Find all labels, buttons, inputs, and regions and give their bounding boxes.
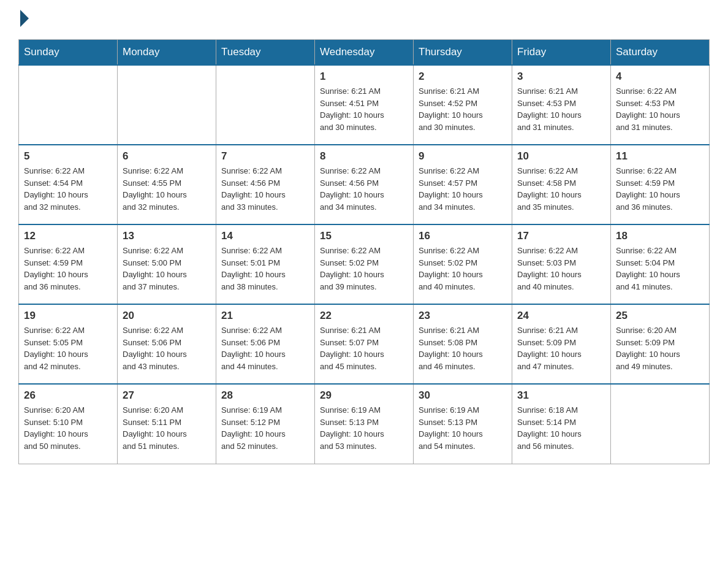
day-info: Sunrise: 6:22 AMSunset: 5:06 PMDaylight:… [221, 324, 309, 372]
day-number: 30 [419, 389, 507, 402]
day-header-monday: Monday [118, 40, 216, 66]
day-number: 8 [320, 150, 408, 163]
day-info: Sunrise: 6:22 AMSunset: 4:56 PMDaylight:… [221, 165, 309, 213]
day-header-thursday: Thursday [414, 40, 512, 66]
calendar-cell: 19Sunrise: 6:22 AMSunset: 5:05 PMDayligh… [19, 304, 118, 384]
day-info: Sunrise: 6:22 AMSunset: 4:59 PMDaylight:… [24, 245, 112, 293]
day-info: Sunrise: 6:22 AMSunset: 5:02 PMDaylight:… [419, 245, 507, 293]
day-info: Sunrise: 6:22 AMSunset: 5:04 PMDaylight:… [616, 245, 704, 293]
day-info: Sunrise: 6:20 AMSunset: 5:09 PMDaylight:… [616, 324, 704, 372]
day-number: 31 [517, 389, 605, 402]
day-number: 21 [221, 310, 309, 322]
day-info: Sunrise: 6:19 AMSunset: 5:12 PMDaylight:… [221, 404, 309, 452]
calendar-cell [118, 65, 216, 145]
day-info: Sunrise: 6:22 AMSunset: 4:55 PMDaylight:… [123, 165, 211, 213]
day-info: Sunrise: 6:20 AMSunset: 5:10 PMDaylight:… [24, 404, 112, 452]
calendar-cell: 6Sunrise: 6:22 AMSunset: 4:55 PMDaylight… [118, 145, 216, 224]
calendar-cell: 25Sunrise: 6:20 AMSunset: 5:09 PMDayligh… [611, 304, 710, 384]
calendar-cell: 5Sunrise: 6:22 AMSunset: 4:54 PMDaylight… [19, 145, 118, 224]
day-info: Sunrise: 6:21 AMSunset: 5:08 PMDaylight:… [419, 324, 507, 372]
day-number: 2 [419, 71, 507, 83]
day-info: Sunrise: 6:19 AMSunset: 5:13 PMDaylight:… [419, 404, 507, 452]
day-number: 13 [123, 230, 211, 242]
calendar-cell: 16Sunrise: 6:22 AMSunset: 5:02 PMDayligh… [414, 224, 512, 304]
day-number: 19 [24, 310, 112, 322]
calendar-cell: 24Sunrise: 6:21 AMSunset: 5:09 PMDayligh… [512, 304, 611, 384]
calendar-cell: 10Sunrise: 6:22 AMSunset: 4:58 PMDayligh… [512, 145, 611, 224]
day-info: Sunrise: 6:18 AMSunset: 5:14 PMDaylight:… [517, 404, 605, 452]
calendar-cell: 4Sunrise: 6:22 AMSunset: 4:53 PMDaylight… [611, 65, 710, 145]
calendar-cell: 8Sunrise: 6:22 AMSunset: 4:56 PMDaylight… [315, 145, 414, 224]
day-header-sunday: Sunday [19, 40, 118, 66]
calendar-cell: 15Sunrise: 6:22 AMSunset: 5:02 PMDayligh… [315, 224, 414, 304]
calendar-cell: 2Sunrise: 6:21 AMSunset: 4:52 PMDaylight… [414, 65, 512, 145]
day-number: 1 [320, 71, 408, 83]
calendar-cell: 17Sunrise: 6:22 AMSunset: 5:03 PMDayligh… [512, 224, 611, 304]
day-info: Sunrise: 6:22 AMSunset: 5:03 PMDaylight:… [517, 245, 605, 293]
day-info: Sunrise: 6:22 AMSunset: 5:02 PMDaylight:… [320, 245, 408, 293]
day-number: 9 [419, 150, 507, 163]
day-number: 10 [517, 150, 605, 163]
calendar-cell: 28Sunrise: 6:19 AMSunset: 5:12 PMDayligh… [216, 384, 315, 464]
calendar-cell: 29Sunrise: 6:19 AMSunset: 5:13 PMDayligh… [315, 384, 414, 464]
calendar-cell: 11Sunrise: 6:22 AMSunset: 4:59 PMDayligh… [611, 145, 710, 224]
day-number: 24 [517, 310, 605, 322]
day-number: 11 [616, 150, 704, 163]
day-info: Sunrise: 6:22 AMSunset: 4:54 PMDaylight:… [24, 165, 112, 213]
day-info: Sunrise: 6:22 AMSunset: 4:58 PMDaylight:… [517, 165, 605, 213]
day-info: Sunrise: 6:21 AMSunset: 5:09 PMDaylight:… [517, 324, 605, 372]
day-header-tuesday: Tuesday [216, 40, 315, 66]
calendar-cell: 3Sunrise: 6:21 AMSunset: 4:53 PMDaylight… [512, 65, 611, 145]
day-number: 17 [517, 230, 605, 242]
day-info: Sunrise: 6:20 AMSunset: 5:11 PMDaylight:… [123, 404, 211, 452]
calendar-cell: 18Sunrise: 6:22 AMSunset: 5:04 PMDayligh… [611, 224, 710, 304]
day-info: Sunrise: 6:21 AMSunset: 4:53 PMDaylight:… [517, 85, 605, 133]
day-info: Sunrise: 6:21 AMSunset: 4:51 PMDaylight:… [320, 85, 408, 133]
day-info: Sunrise: 6:22 AMSunset: 5:05 PMDaylight:… [24, 324, 112, 372]
day-number: 20 [123, 310, 211, 322]
day-info: Sunrise: 6:22 AMSunset: 5:06 PMDaylight:… [123, 324, 211, 372]
calendar-week-5: 26Sunrise: 6:20 AMSunset: 5:10 PMDayligh… [19, 384, 710, 464]
calendar-header: SundayMondayTuesdayWednesdayThursdayFrid… [19, 40, 710, 66]
day-number: 29 [320, 389, 408, 402]
logo [18, 12, 29, 27]
calendar-cell: 21Sunrise: 6:22 AMSunset: 5:06 PMDayligh… [216, 304, 315, 384]
day-header-friday: Friday [512, 40, 611, 66]
calendar-week-1: 1Sunrise: 6:21 AMSunset: 4:51 PMDaylight… [19, 65, 710, 145]
calendar-cell: 7Sunrise: 6:22 AMSunset: 4:56 PMDaylight… [216, 145, 315, 224]
day-number: 4 [616, 71, 704, 83]
calendar-cell [216, 65, 315, 145]
day-info: Sunrise: 6:21 AMSunset: 5:07 PMDaylight:… [320, 324, 408, 372]
day-number: 5 [24, 150, 112, 163]
day-number: 27 [123, 389, 211, 402]
day-number: 23 [419, 310, 507, 322]
calendar-cell: 12Sunrise: 6:22 AMSunset: 4:59 PMDayligh… [19, 224, 118, 304]
day-number: 6 [123, 150, 211, 163]
calendar-cell [611, 384, 710, 464]
day-info: Sunrise: 6:22 AMSunset: 4:57 PMDaylight:… [419, 165, 507, 213]
calendar-cell: 13Sunrise: 6:22 AMSunset: 5:00 PMDayligh… [118, 224, 216, 304]
day-number: 18 [616, 230, 704, 242]
day-number: 14 [221, 230, 309, 242]
day-info: Sunrise: 6:22 AMSunset: 4:56 PMDaylight:… [320, 165, 408, 213]
logo-arrow-icon [20, 10, 29, 27]
day-number: 7 [221, 150, 309, 163]
day-header-wednesday: Wednesday [315, 40, 414, 66]
calendar-week-4: 19Sunrise: 6:22 AMSunset: 5:05 PMDayligh… [19, 304, 710, 384]
calendar-cell: 31Sunrise: 6:18 AMSunset: 5:14 PMDayligh… [512, 384, 611, 464]
calendar-body: 1Sunrise: 6:21 AMSunset: 4:51 PMDaylight… [19, 65, 710, 464]
calendar-week-2: 5Sunrise: 6:22 AMSunset: 4:54 PMDaylight… [19, 145, 710, 224]
day-info: Sunrise: 6:22 AMSunset: 4:59 PMDaylight:… [616, 165, 704, 213]
calendar-cell [19, 65, 118, 145]
day-number: 12 [24, 230, 112, 242]
calendar-table: SundayMondayTuesdayWednesdayThursdayFrid… [18, 39, 710, 464]
day-info: Sunrise: 6:22 AMSunset: 4:53 PMDaylight:… [616, 85, 704, 133]
day-number: 22 [320, 310, 408, 322]
day-number: 16 [419, 230, 507, 242]
day-info: Sunrise: 6:22 AMSunset: 5:00 PMDaylight:… [123, 245, 211, 293]
calendar-cell: 20Sunrise: 6:22 AMSunset: 5:06 PMDayligh… [118, 304, 216, 384]
day-number: 28 [221, 389, 309, 402]
calendar-cell: 14Sunrise: 6:22 AMSunset: 5:01 PMDayligh… [216, 224, 315, 304]
day-number: 26 [24, 389, 112, 402]
calendar-cell: 9Sunrise: 6:22 AMSunset: 4:57 PMDaylight… [414, 145, 512, 224]
